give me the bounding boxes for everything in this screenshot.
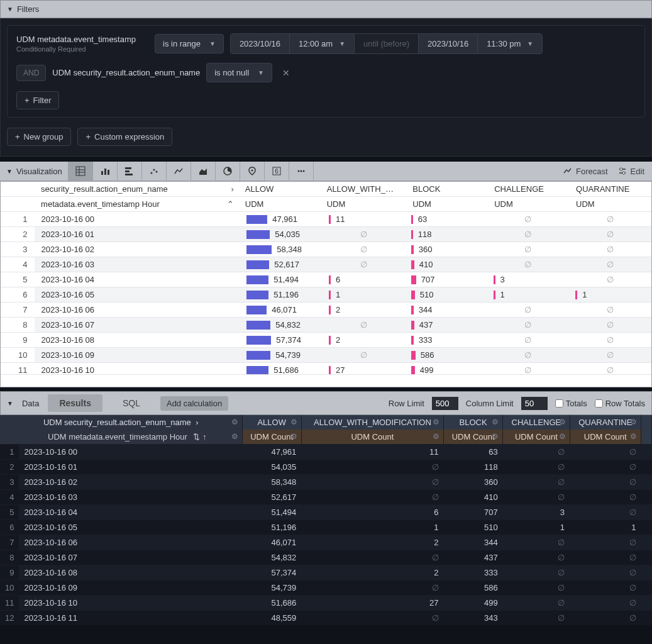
table-row[interactable]: 8 2023-10-16 07 54,832∅437∅∅ [0,550,652,565]
dt-measure-block[interactable]: UDM Count⚙ [444,430,503,445]
col-challenge[interactable]: CHALLENGE [488,182,570,197]
gear-icon[interactable]: ⚙ [559,432,566,441]
table-row[interactable]: 7 2023-10-16 06 46,0712344∅∅ [0,535,652,550]
viz-map-icon[interactable] [240,162,265,180]
gear-icon[interactable]: ⚙ [231,432,238,441]
table-row[interactable]: 11 2023-10-16 10 51,68627499∅∅ [0,596,652,611]
scrollbar[interactable] [641,415,652,445]
table-row[interactable]: 8 2023-10-16 07 54,832 ∅ 437 ∅ ∅ [1,318,651,333]
table-row[interactable]: 6 2023-10-16 05 51,196 1 510 1 1 [1,287,651,303]
table-row[interactable]: 3 2023-10-16 02 58,348∅360∅∅ [0,475,652,490]
pivot-field-header[interactable]: security_result.action_enum_name › [35,182,239,197]
table-row[interactable]: 12 2023-10-16 11 48,559∅343∅∅ [0,611,652,626]
dt-measure-allow[interactable]: UDM Count⚙ [242,430,301,445]
gear-icon[interactable]: ⚙ [492,418,499,426]
table-row[interactable]: 10 2023-10-16 09 54,739 ∅ 586 ∅ ∅ [1,348,651,363]
dt-measure-chal[interactable]: UDM Count⚙ [503,430,570,445]
viz-single-value-icon[interactable]: 6 [264,162,289,180]
viz-line-icon[interactable] [166,162,191,180]
table-row[interactable]: 2 2023-10-16 01 54,035∅118∅∅ [0,460,652,475]
viz-toolbar: 6 [69,162,314,180]
svg-point-23 [620,168,622,170]
table-row[interactable]: 9 2023-10-16 08 57,3742333∅∅ [0,565,652,580]
col-block[interactable]: BLOCK [406,182,488,197]
table-row[interactable]: 7 2023-10-16 06 46,071 2 344 ∅ ∅ [1,303,651,318]
viz-more-icon[interactable] [289,162,314,180]
tab-results[interactable]: Results [48,394,102,412]
custom-expression-button[interactable]: + Custom expression [77,128,172,146]
filters-body: UDM metadata.event_timestamp Conditional… [0,18,652,157]
table-row[interactable]: 1 2023-10-16 00 47,961 11 63 ∅ ∅ [1,212,651,227]
edit-button[interactable]: Edit [618,167,644,176]
table-row[interactable]: 3 2023-10-16 02 58,348 ∅ 360 ∅ ∅ [1,242,651,257]
table-row[interactable]: 11 2023-10-16 10 51,686 27 499 ∅ ∅ [1,363,651,375]
table-row[interactable]: 2 2023-10-16 01 54,035 ∅ 118 ∅ ∅ [1,227,651,242]
dt-measure-quar[interactable]: UDM Count⚙ [570,430,641,445]
viz-column-icon[interactable] [92,162,118,180]
viz-table-icon[interactable] [68,162,93,180]
remove-filter-icon[interactable]: ✕ [282,68,290,78]
dt-col-chal[interactable]: CHALLENGE⚙ [503,415,570,430]
and-operator[interactable]: AND [16,65,46,81]
row-limit-input[interactable] [432,397,458,410]
gear-icon[interactable]: ⚙ [559,418,566,426]
forecast-button[interactable]: Forecast [563,167,608,176]
col-allow-with[interactable]: ALLOW_WITH_… [321,182,407,197]
gear-icon[interactable]: ⚙ [630,432,637,441]
table-row[interactable]: 1 2023-10-16 00 47,9611163∅∅ [0,445,652,460]
filter2-op-select[interactable]: is not null ▼ [206,63,272,82]
viz-scatter-icon[interactable] [141,162,167,180]
table-row[interactable]: 4 2023-10-16 03 52,617 ∅ 410 ∅ ∅ [1,257,651,272]
viz-bar-icon[interactable] [117,162,142,180]
filter1-time-from[interactable]: 12:00 am ▼ [290,34,355,53]
gear-icon[interactable]: ⚙ [630,418,637,426]
row-totals-check[interactable]: Row Totals [595,399,645,408]
dt-col-aw[interactable]: ALLOW_WITH_MODIFICATION⚙ [301,415,443,430]
filter1-date-to[interactable]: 2023/10/16 [419,34,478,53]
col-limit-label: Column Limit [466,399,514,408]
dt-dim-field[interactable]: UDM metadata.event_timestamp Hour ⇅ ↑ ⚙ [0,430,242,445]
dt-col-quar[interactable]: QUARANTINE⚙ [570,415,641,430]
add-calculation-button[interactable]: Add calculation [160,396,228,411]
sliders-icon [618,167,627,175]
table-row[interactable]: 10 2023-10-16 09 54,739∅586∅∅ [0,580,652,596]
svg-point-12 [155,171,157,173]
viz-pie-icon[interactable] [215,162,240,180]
data-table-wrap: UDM security_result.action_enum_name › ⚙… [0,415,652,625]
gear-icon[interactable]: ⚙ [290,432,297,441]
svg-point-20 [302,170,304,172]
col-limit-input[interactable] [521,397,548,410]
dt-measure-aw[interactable]: UDM Count⚙ [301,430,443,445]
filter2-field: UDM security_result.action_enum_name [52,68,200,77]
gear-icon[interactable]: ⚙ [492,432,499,441]
tab-sql[interactable]: SQL [111,394,152,412]
dt-col-block[interactable]: BLOCK⚙ [444,415,503,430]
gear-icon[interactable]: ⚙ [433,418,439,426]
dim-field-header[interactable]: metadata.event_timestamp Hour ⌃ [35,197,239,212]
viz-table-scroll[interactable]: 1 2023-10-16 00 47,961 11 63 ∅ ∅ 2 2023-… [1,212,651,374]
filter1-time-to[interactable]: 11:30 pm ▼ [478,34,542,53]
svg-point-10 [150,172,152,174]
svg-rect-9 [125,174,133,175]
visualization-toggle[interactable]: ▼ Visualization [0,163,69,180]
totals-check[interactable]: Totals [555,399,587,408]
table-row[interactable]: 5 2023-10-16 04 51,49467073∅ [0,505,652,520]
filter1-op-select[interactable]: is in range ▼ [155,34,224,53]
new-group-button[interactable]: + New group [7,128,71,146]
table-row[interactable]: 6 2023-10-16 05 51,196151011 [0,520,652,535]
filter1-label-block: UDM metadata.event_timestamp Conditional… [16,35,148,53]
dt-pivot-field[interactable]: UDM security_result.action_enum_name › ⚙ [0,415,242,430]
gear-icon[interactable]: ⚙ [231,418,238,426]
add-filter-button[interactable]: + Filter [16,91,59,109]
filter1-date-from[interactable]: 2023/10/16 [231,34,290,53]
gear-icon[interactable]: ⚙ [433,432,439,441]
viz-area-icon[interactable] [191,162,216,180]
col-allow[interactable]: ALLOW [239,182,321,197]
gear-icon[interactable]: ⚙ [290,418,297,426]
table-row[interactable]: 9 2023-10-16 08 57,374 2 333 ∅ ∅ [1,333,651,348]
table-row[interactable]: 5 2023-10-16 04 51,494 6 707 3 ∅ [1,272,651,287]
col-quarantine[interactable]: QUARANTINE [570,182,651,197]
filters-panel-header[interactable]: ▼ Filters [0,0,652,18]
dt-col-allow[interactable]: ALLOW⚙ [242,415,301,430]
table-row[interactable]: 4 2023-10-16 03 52,617∅410∅∅ [0,490,652,505]
